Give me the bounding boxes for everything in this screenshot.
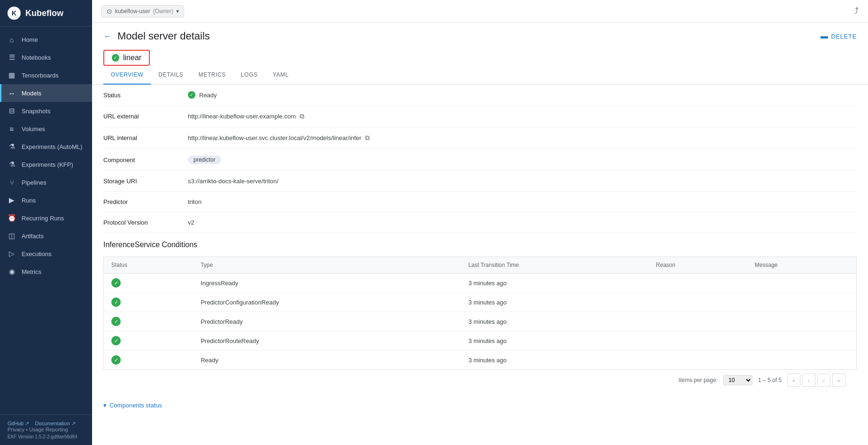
sidebar-nav: ⌂ Home ☰ Notebooks ▦ Tensorboards ↔ Mode…: [0, 27, 92, 414]
protocol-label: Protocol Version: [103, 219, 188, 226]
url-internal-label: URL internal: [103, 134, 188, 141]
row-reason: [649, 312, 747, 331]
conditions-title: InferenceService Conditions: [103, 241, 857, 249]
tab-overview[interactable]: OVERVIEW: [103, 66, 151, 85]
row-message: [747, 273, 857, 293]
sidebar-item-home[interactable]: ⌂ Home: [0, 31, 92, 48]
table-row: ✓ Ready 3 minutes ago: [104, 351, 857, 370]
first-page-button[interactable]: «: [787, 374, 800, 387]
conditions-section: InferenceService Conditions Status Type …: [92, 233, 868, 398]
pagination-nav: « ‹ › »: [787, 374, 845, 387]
status-row: Status ✓ Ready: [103, 85, 857, 106]
copy-external-url-icon[interactable]: ⧉: [300, 112, 304, 120]
protocol-row: Protocol Version v2: [103, 212, 857, 233]
github-link[interactable]: GitHub ↗: [8, 421, 29, 426]
tab-details[interactable]: DETAILS: [151, 66, 191, 85]
delete-button[interactable]: ▬ DELETE: [821, 32, 857, 40]
items-per-page-select[interactable]: 10 25 50: [723, 375, 752, 385]
sidebar-item-volumes[interactable]: ≡ Volumes: [0, 120, 92, 138]
sidebar-item-pipelines[interactable]: ⑂ Pipelines: [0, 173, 92, 191]
sidebar-label-pipelines: Pipelines: [22, 179, 46, 186]
components-toggle[interactable]: ▾ Components status: [103, 402, 857, 409]
row-reason: [649, 331, 747, 351]
table-row: ✓ PredictorConfigurationReady 3 minutes …: [104, 293, 857, 312]
components-toggle-label: Components status: [109, 402, 162, 409]
topbar-right: ⤴: [854, 6, 859, 16]
row-status: ✓: [104, 273, 194, 293]
sidebar-label-executions: Executions: [22, 250, 52, 258]
table-row: ✓ PredictorReady 3 minutes ago: [104, 312, 857, 331]
row-reason: [649, 293, 747, 312]
url-external-text: http://linear-kubeflow-user.example.com: [188, 113, 296, 120]
sidebar-label-notebooks: Notebooks: [22, 54, 51, 61]
sidebar-label-volumes: Volumes: [22, 125, 45, 133]
row-status: ✓: [104, 351, 194, 370]
url-external-label: URL external: [103, 113, 188, 120]
conditions-table-header: Status Type Last Transition Time Reason …: [104, 257, 857, 273]
sidebar-item-executions[interactable]: ▷ Executions: [0, 245, 92, 263]
sidebar-item-tensorboards[interactable]: ▦ Tensorboards: [0, 66, 92, 84]
sidebar-icon-metrics: ◉: [8, 267, 16, 276]
sidebar-icon-runs: ▶: [8, 196, 16, 204]
delete-label: DELETE: [831, 33, 857, 40]
row-status: ✓: [104, 293, 194, 312]
url-internal-text: http://linear.kubeflow-user.svc.cluster.…: [188, 134, 361, 141]
col-message: Message: [747, 257, 857, 273]
page-title-row: ← Model server details: [103, 30, 210, 42]
predictor-label: Predictor: [103, 198, 188, 205]
row-last-transition: 3 minutes ago: [461, 273, 648, 293]
row-type: PredictorConfigurationReady: [193, 293, 461, 312]
sidebar-item-recurring-runs[interactable]: ⏰ Recurring Runs: [0, 209, 92, 227]
row-last-transition: 3 minutes ago: [461, 312, 648, 331]
app-name: Kubeflow: [25, 8, 63, 18]
row-status: ✓: [104, 331, 194, 351]
tab-metrics[interactable]: METRICS: [191, 66, 233, 85]
col-status: Status: [104, 257, 194, 273]
row-type: PredictorRouteReady: [193, 331, 461, 351]
tab-logs[interactable]: LOGS: [233, 66, 265, 85]
row-reason: [649, 351, 747, 370]
row-message: [747, 351, 857, 370]
sidebar-icon-pipelines: ⑂: [8, 178, 16, 187]
namespace-selector[interactable]: ⊙ kubeflow-user (Owner) ▾: [101, 5, 184, 17]
row-reason: [649, 273, 747, 293]
tab-yaml[interactable]: YAML: [265, 66, 296, 85]
tabs: OVERVIEWDETAILSMETRICSLOGSYAML: [92, 66, 868, 85]
conditions-table-body: ✓ IngressReady 3 minutes ago ✓ Predictor…: [104, 273, 857, 370]
sidebar-item-artifacts[interactable]: ◫ Artifacts: [0, 227, 92, 245]
storage-uri-label: Storage URI: [103, 178, 188, 185]
sidebar-label-experiments-kfp: Experiments (KFP): [22, 161, 73, 168]
prev-page-button[interactable]: ‹: [802, 374, 815, 387]
sidebar-label-metrics: Metrics: [22, 268, 41, 275]
sidebar-item-metrics[interactable]: ◉ Metrics: [0, 263, 92, 281]
sidebar-item-snapshots[interactable]: ⊟ Snapshots: [0, 102, 92, 120]
back-button[interactable]: ←: [103, 31, 112, 41]
sidebar-item-notebooks[interactable]: ☰ Notebooks: [0, 48, 92, 66]
copy-internal-url-icon[interactable]: ⧉: [365, 134, 370, 142]
url-external-value: http://linear-kubeflow-user.example.com …: [188, 112, 304, 120]
share-icon[interactable]: ⤴: [854, 6, 859, 16]
page-title: Model server details: [117, 30, 210, 42]
sidebar-item-runs[interactable]: ▶ Runs: [0, 191, 92, 209]
storage-uri-row: Storage URI s3://arrikto-docs-kale-serve…: [103, 171, 857, 192]
sidebar-icon-home: ⌂: [8, 35, 16, 44]
sidebar-item-experiments-automl[interactable]: ⚗ Experiments (AutoML): [0, 138, 92, 156]
row-type: PredictorReady: [193, 312, 461, 331]
sidebar-icon-snapshots: ⊟: [8, 107, 16, 115]
documentation-link[interactable]: Documentation ↗: [35, 421, 76, 426]
sidebar-item-experiments-kfp[interactable]: ⚗ Experiments (KFP): [0, 156, 92, 173]
last-page-button[interactable]: »: [832, 374, 845, 387]
model-header: ✓ linear: [92, 46, 868, 66]
col-type: Type: [193, 257, 461, 273]
app-logo[interactable]: K Kubeflow: [0, 0, 92, 27]
sidebar-item-models[interactable]: ↔ Models: [0, 84, 92, 102]
row-last-transition: 3 minutes ago: [461, 331, 648, 351]
col-last-transition: Last Transition Time: [461, 257, 648, 273]
row-status: ✓: [104, 312, 194, 331]
sidebar-label-snapshots: Snapshots: [22, 108, 50, 115]
sidebar-label-artifacts: Artifacts: [22, 233, 44, 240]
col-reason: Reason: [649, 257, 747, 273]
sidebar-label-runs: Runs: [22, 197, 36, 204]
next-page-button[interactable]: ›: [817, 374, 830, 387]
sidebar-label-experiments-automl: Experiments (AutoML): [22, 143, 82, 150]
